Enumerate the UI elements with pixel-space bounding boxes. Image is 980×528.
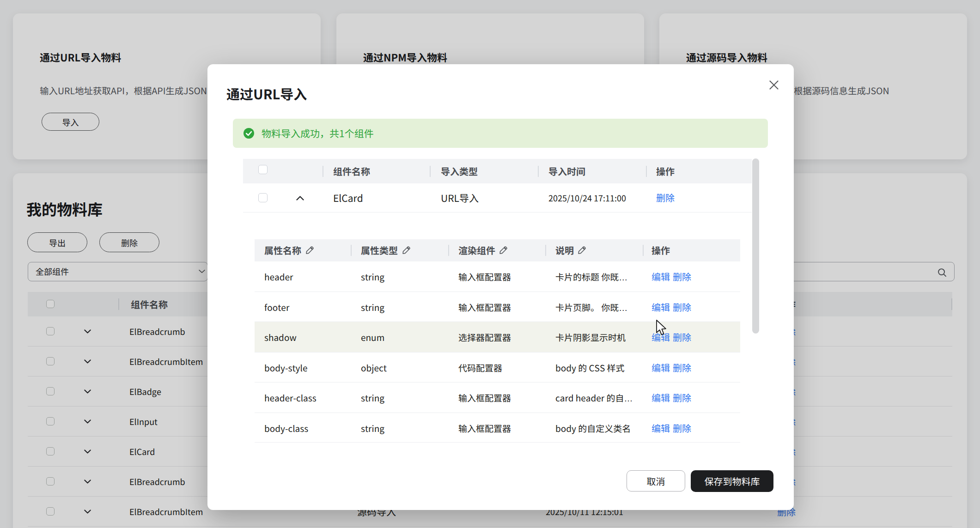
edit-link[interactable]: 编辑 <box>651 292 670 322</box>
column-divider <box>448 245 449 256</box>
delete-link[interactable]: 删除 <box>673 413 691 443</box>
delete-link[interactable]: 删除 <box>673 261 691 291</box>
import-table-row: ElCard URL导入 2025/10/24 17:11:00 删除 <box>243 183 752 212</box>
cell-prop-type: string <box>361 413 384 443</box>
column-header-actions: 操作 <box>656 159 675 183</box>
cell-description: body 的 CSS 样式 <box>555 352 624 382</box>
cell-renderer: 代码配置器 <box>458 352 502 382</box>
delete-link[interactable]: 删除 <box>673 382 691 413</box>
delete-link[interactable]: 删除 <box>673 352 691 382</box>
column-header-type: 导入类型 <box>441 159 478 183</box>
edit-link[interactable]: 编辑 <box>651 382 670 413</box>
column-divider <box>643 245 644 256</box>
delete-link[interactable]: 删除 <box>656 183 675 212</box>
cell-description: card header 的自… <box>555 382 633 413</box>
edit-link[interactable]: 编辑 <box>651 413 670 443</box>
column-divider <box>646 166 647 177</box>
cell-prop-type: string <box>361 292 384 322</box>
cell-description: body 的自定义类名 <box>555 413 631 443</box>
props-table-row: header-class string 输入框配置器 card header 的… <box>255 382 740 413</box>
props-table-row: body-style object 代码配置器 body 的 CSS 样式 编辑… <box>255 352 740 382</box>
edit-column-icon[interactable] <box>578 246 586 255</box>
cell-component-name: ElCard <box>333 183 363 212</box>
edit-link[interactable]: 编辑 <box>651 352 670 382</box>
cell-renderer: 输入框配置器 <box>458 382 511 413</box>
cell-prop-name: shadow <box>264 322 297 352</box>
cell-renderer: 输入框配置器 <box>458 261 511 291</box>
cancel-button[interactable]: 取消 <box>627 470 685 492</box>
cell-description: 卡片阴影显示时机 <box>555 322 626 352</box>
import-table-header: 组件名称 导入类型 导入时间 操作 <box>243 159 752 183</box>
cell-prop-type: enum <box>361 322 384 352</box>
row-checkbox[interactable] <box>258 193 268 202</box>
import-by-url-dialog: 通过URL导入 物料导入成功，共1个组件 组件名称 导入类型 导入时间 操作 E… <box>207 64 794 510</box>
props-table-row: header string 输入框配置器 卡片的标题 你既… 编辑 删除 <box>255 261 740 292</box>
cell-prop-name: header-class <box>264 382 317 413</box>
column-header-name: 组件名称 <box>333 159 370 183</box>
success-check-icon <box>243 128 254 139</box>
collapse-row-icon[interactable] <box>296 196 304 200</box>
delete-link[interactable]: 删除 <box>673 292 691 322</box>
column-divider <box>430 166 431 177</box>
app-root: 通过URL导入物料 输入URL地址获取API，根据API生成JSON 导入 通过… <box>0 0 980 528</box>
edit-column-icon[interactable] <box>499 246 507 255</box>
column-divider <box>545 245 546 256</box>
scrollbar-thumb[interactable] <box>752 158 759 334</box>
column-header-description: 说明 <box>555 239 574 261</box>
column-header-prop-type: 属性类型 <box>361 239 398 261</box>
props-table-row: body-class string 输入框配置器 body 的自定义类名 编辑 … <box>255 413 740 443</box>
cell-renderer: 输入框配置器 <box>458 292 511 322</box>
column-divider <box>538 166 539 177</box>
cell-prop-name: footer <box>264 292 289 322</box>
cell-prop-type: string <box>361 382 384 413</box>
cell-description: 卡片的标题 你既… <box>555 261 627 291</box>
dialog-title: 通过URL导入 <box>226 84 307 103</box>
column-header-renderer: 渲染组件 <box>458 239 495 261</box>
cell-prop-name: header <box>264 261 293 291</box>
props-table-row: footer string 输入框配置器 卡片页脚。 你既… 编辑 删除 <box>255 292 740 322</box>
close-icon[interactable] <box>769 80 779 90</box>
cell-import-time: 2025/10/24 17:11:00 <box>548 183 626 212</box>
select-all-checkbox[interactable] <box>258 165 268 174</box>
cell-prop-type: string <box>361 261 384 291</box>
save-to-library-button[interactable]: 保存到物料库 <box>691 470 773 492</box>
column-divider <box>323 166 323 177</box>
alert-message: 物料导入成功，共1个组件 <box>262 119 374 148</box>
column-header-time: 导入时间 <box>548 159 585 183</box>
cell-prop-name: body-class <box>264 413 308 443</box>
column-divider <box>351 245 352 256</box>
cell-renderer: 选择器配置器 <box>458 322 511 352</box>
delete-link[interactable]: 删除 <box>673 322 691 352</box>
cell-renderer: 输入框配置器 <box>458 413 511 443</box>
column-header-actions: 操作 <box>651 239 670 261</box>
edit-column-icon[interactable] <box>305 246 314 255</box>
success-alert: 物料导入成功，共1个组件 <box>233 119 768 148</box>
props-table-header: 属性名称 属性类型 渲染组件 说明 操作 <box>255 239 740 261</box>
edit-link[interactable]: 编辑 <box>651 261 670 291</box>
cell-prop-name: body-style <box>264 352 307 382</box>
column-header-prop-name: 属性名称 <box>264 239 301 261</box>
cell-import-type: URL导入 <box>441 183 479 212</box>
edit-column-icon[interactable] <box>402 246 410 255</box>
mouse-cursor <box>656 320 668 337</box>
cell-prop-type: object <box>361 352 387 382</box>
cell-description: 卡片页脚。 你既… <box>555 292 627 322</box>
